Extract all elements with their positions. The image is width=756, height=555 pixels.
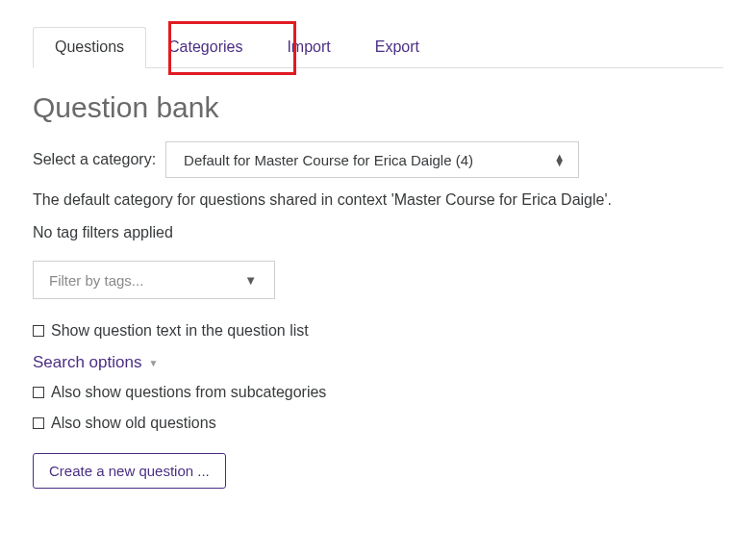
category-row: Select a category: Default for Master Co… — [33, 141, 723, 178]
create-question-button[interactable]: Create a new question ... — [33, 453, 226, 489]
filter-by-tags-input[interactable]: Filter by tags... ▼ — [33, 261, 275, 299]
tab-categories[interactable]: Categories — [146, 27, 265, 68]
show-subcategories-label: Also show questions from subcategories — [51, 384, 326, 401]
search-options-toggle[interactable]: Search options ▼ — [33, 353, 723, 372]
page-title: Question bank — [33, 91, 723, 124]
tab-questions[interactable]: Questions — [33, 27, 146, 68]
show-question-text-option: Show question text in the question list — [33, 322, 723, 340]
category-label: Select a category: — [33, 151, 156, 168]
show-subcategories-option: Also show questions from subcategories — [33, 384, 723, 401]
category-description: The default category for questions share… — [33, 191, 723, 209]
show-question-text-checkbox[interactable] — [33, 325, 44, 337]
select-caret-icon: ▲▼ — [554, 154, 565, 165]
show-old-option: Also show old questions — [33, 415, 723, 432]
category-select-value: Default for Master Course for Erica Daig… — [184, 152, 473, 168]
collapse-caret-icon: ▼ — [148, 358, 158, 368]
category-select[interactable]: Default for Master Course for Erica Daig… — [165, 141, 579, 178]
tab-export[interactable]: Export — [353, 27, 441, 68]
show-old-label: Also show old questions — [51, 415, 216, 432]
show-subcategories-checkbox[interactable] — [33, 387, 44, 398]
show-question-text-label: Show question text in the question list — [51, 322, 309, 340]
question-bank-page: Questions Categories Import Export Quest… — [0, 0, 756, 508]
search-options-label: Search options — [33, 353, 141, 372]
chevron-down-icon: ▼ — [244, 273, 257, 288]
tab-import[interactable]: Import — [265, 27, 352, 68]
filter-placeholder: Filter by tags... — [49, 272, 143, 289]
tag-filter-status: No tag filters applied — [33, 224, 723, 241]
show-old-checkbox[interactable] — [33, 417, 44, 429]
tab-bar: Questions Categories Import Export — [33, 27, 723, 68]
